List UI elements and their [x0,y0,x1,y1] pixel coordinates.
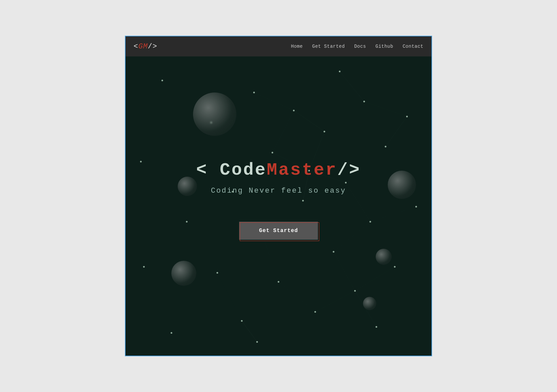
nav-item-docs[interactable]: Docs [354,43,366,49]
nav-item-github[interactable]: Github [375,43,393,49]
sphere-2 [178,177,197,196]
hero-title-red: Master [267,160,337,180]
browser-frame: <GM/> Home Get Started Docs Github Conta… [125,36,432,356]
hero-title: < CodeMaster/> [196,160,361,180]
nav-item-home[interactable]: Home [291,43,303,49]
hero-title-suffix: /> [337,160,361,180]
logo-bracket: < [134,42,138,51]
nav-link-get-started[interactable]: Get Started [312,44,345,49]
nav-link-contact[interactable]: Contact [403,44,423,49]
hero-content: < CodeMaster/> Coding Never feel so easy… [196,160,361,240]
sphere-6 [363,297,376,310]
nav-link-home[interactable]: Home [291,44,303,49]
get-started-button[interactable]: Get Started [239,222,318,240]
hero-subtitle: Coding Never feel so easy [196,187,361,195]
nav-item-contact[interactable]: Contact [403,43,423,49]
nav-links: Home Get Started Docs Github Contact [291,43,423,49]
logo-close: /> [148,42,157,51]
sphere-1 [193,92,236,136]
sphere-4 [171,261,196,286]
nav-link-docs[interactable]: Docs [354,44,366,49]
hero-title-prefix: < Code [196,160,267,180]
sphere-3 [388,171,416,199]
nav-item-get-started[interactable]: Get Started [312,43,345,49]
sphere-5 [376,249,392,265]
logo-gm: GM [138,42,148,51]
navbar: <GM/> Home Get Started Docs Github Conta… [126,36,431,56]
hero-section: < CodeMaster/> Coding Never feel so easy… [126,56,431,356]
logo: <GM/> [134,42,157,51]
nav-link-github[interactable]: Github [375,44,393,49]
